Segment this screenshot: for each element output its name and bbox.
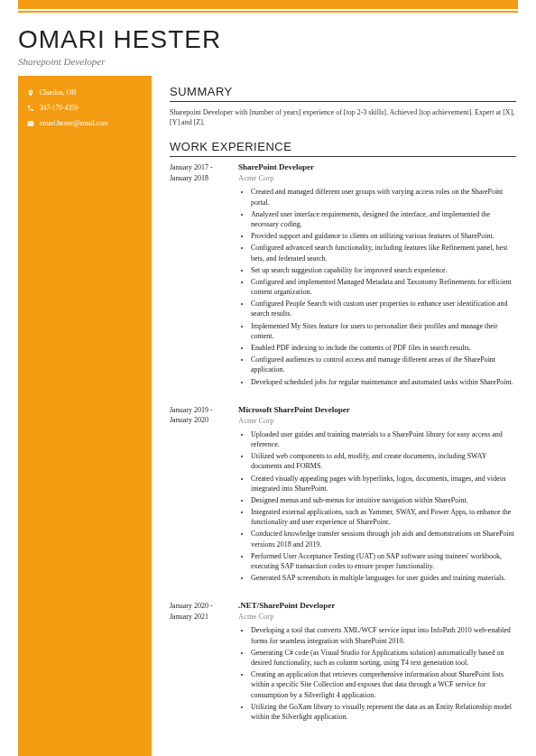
- job-company: Acme Corp: [238, 416, 516, 425]
- summary-text: Sharepoint Developer with [number of yea…: [170, 107, 516, 127]
- work-heading: WORK EXPERIENCE: [170, 140, 516, 157]
- top-accent-bar: [18, 0, 518, 9]
- contact-email: omari.hester@email.com: [27, 119, 143, 127]
- summary-heading: SUMMARY: [170, 85, 516, 102]
- job-bullets: Developing a tool that converts XML/WCF …: [238, 625, 516, 722]
- job-title: .NET/SharePoint Developer: [238, 601, 516, 610]
- job-bullet: Performed User Acceptance Testing (UAT) …: [251, 551, 516, 571]
- job-date: January 2017 - January 2018: [170, 162, 227, 388]
- phone-text: 347-170-4359: [40, 104, 79, 112]
- jobs-list: January 2017 - January 2018SharePoint De…: [170, 162, 516, 724]
- job-entry: January 2017 - January 2018SharePoint De…: [170, 162, 516, 388]
- job-title: SharePoint Developer: [238, 162, 516, 171]
- job-bullet: Configured and implemented Managed Metad…: [251, 277, 516, 297]
- job-bullet: Uploaded user guides and training materi…: [251, 429, 516, 449]
- job-bullet: Generated SAP screenshots in multiple la…: [251, 573, 516, 583]
- job-bullet: Conducted knowledge transfer sessions th…: [251, 529, 516, 549]
- job-body: SharePoint DeveloperAcme CorpCreated and…: [238, 162, 516, 388]
- job-bullet: Configured audiences to control access a…: [251, 355, 516, 374]
- content-column: SUMMARY Sharepoint Developer with [numbe…: [152, 76, 536, 756]
- job-bullet: Utilizing the GoXam library to visually …: [251, 702, 516, 722]
- job-bullet: Designed menus and sub-menus for intuiti…: [251, 495, 516, 505]
- job-company: Acme Corp: [238, 612, 516, 621]
- location-text: Chardon, OH: [40, 88, 76, 97]
- job-bullet: Developing a tool that converts XML/WCF …: [251, 625, 516, 645]
- sidebar: Chardon, OH 347-170-4359 omari.hester@em…: [18, 76, 152, 756]
- job-bullet: Created visually appealing pages with hy…: [251, 474, 516, 493]
- job-bullet: Configured advanced search functionality…: [251, 243, 516, 263]
- job-bullet: Utilized web components to add, modify, …: [251, 451, 516, 471]
- header: OMARI HESTER Sharepoint Developer: [0, 13, 536, 76]
- job-entry: January 2019 - January 2020Microsoft Sha…: [170, 405, 516, 585]
- job-bullet: Developed scheduled jobs for regular mai…: [251, 377, 516, 387]
- job-date: January 2019 - January 2020: [170, 405, 227, 585]
- job-bullets: Created and managed different user group…: [238, 187, 516, 386]
- resume-page: OMARI HESTER Sharepoint Developer Chardo…: [0, 0, 536, 756]
- contact-location: Chardon, OH: [27, 88, 143, 97]
- location-icon: [27, 89, 34, 97]
- job-bullet: Generating C# code (as Visual Studio for…: [251, 648, 516, 668]
- person-title: Sharepoint Developer: [18, 56, 518, 67]
- job-company: Acme Corp: [238, 173, 516, 182]
- phone-icon: [27, 105, 34, 112]
- job-bullet: Analyzed user interface requirements, de…: [251, 209, 516, 229]
- email-icon: [27, 120, 34, 127]
- contact-phone: 347-170-4359: [27, 104, 143, 112]
- person-name: OMARI HESTER: [18, 25, 518, 54]
- job-bullet: Provided support and guidance to clients…: [251, 231, 516, 241]
- job-body: .NET/SharePoint DeveloperAcme CorpDevelo…: [238, 601, 516, 724]
- job-title: Microsoft SharePoint Developer: [238, 405, 516, 414]
- job-bullet: Set up search suggestion capability for …: [251, 265, 516, 275]
- work-section: WORK EXPERIENCE January 2017 - January 2…: [170, 140, 516, 724]
- job-bullet: Creating an application that retrieves c…: [251, 669, 516, 700]
- job-bullet: Configured People Search with custom use…: [251, 299, 516, 318]
- job-bullet: Implemented My Sites feature for users t…: [251, 321, 516, 341]
- job-bullet: Integrated external applications, such a…: [251, 507, 516, 527]
- email-text: omari.hester@email.com: [40, 119, 108, 127]
- summary-section: SUMMARY Sharepoint Developer with [numbe…: [170, 85, 516, 127]
- job-bullets: Uploaded user guides and training materi…: [238, 429, 516, 584]
- job-entry: January 2020 - January 2021.NET/SharePoi…: [170, 601, 516, 724]
- job-date: January 2020 - January 2021: [170, 601, 227, 724]
- job-body: Microsoft SharePoint DeveloperAcme CorpU…: [238, 405, 516, 585]
- main-layout: Chardon, OH 347-170-4359 omari.hester@em…: [0, 76, 536, 756]
- job-bullet: Enabled PDF indexing to include the cont…: [251, 343, 516, 353]
- job-bullet: Created and managed different user group…: [251, 187, 516, 207]
